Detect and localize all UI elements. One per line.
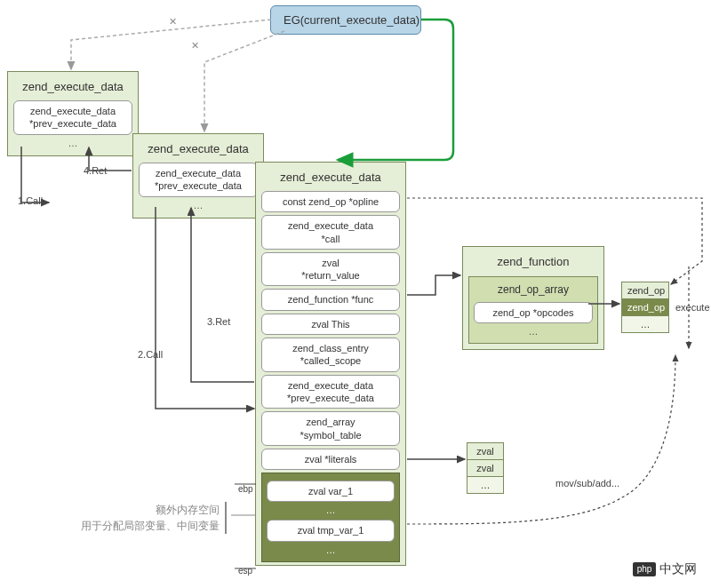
- ed2-vars: zval var_1 … zval tmp_var_1 …: [261, 473, 400, 562]
- ed2-prev: zend_execute_data*prev_execute_data: [261, 375, 400, 409]
- op-cell-3: …: [622, 316, 668, 332]
- wm-badge: php: [633, 562, 656, 576]
- svg-text:✕: ✕: [191, 40, 199, 51]
- ed0-ellipsis: …: [13, 138, 132, 150]
- label-ebp: ebp: [238, 484, 253, 494]
- ed2-opline: const zend_op *opline: [261, 191, 400, 212]
- wm-text: 中文网: [659, 561, 697, 577]
- exec-data-2: zend_execute_data const zend_op *opline …: [255, 162, 406, 566]
- label-mov: mov/sub/add...: [555, 478, 619, 489]
- ed2-symbol-table: zend_array*symbol_table: [261, 411, 400, 446]
- ed1-title: zend_execute_data: [139, 139, 258, 160]
- zf-opcodes: zend_op *opcodes: [474, 302, 593, 323]
- zf-title: zend_function: [468, 252, 598, 273]
- label-2call: 2.Call: [138, 349, 163, 360]
- svg-text:✕: ✕: [169, 16, 177, 27]
- ed0-title: zend_execute_data: [13, 77, 132, 98]
- zval-stack: zval zval …: [467, 442, 504, 494]
- label-3ret: 3.Ret: [207, 316, 230, 327]
- zf-arr-title: zend_op_array: [474, 282, 593, 299]
- eg-box: EG(current_execute_data): [270, 5, 421, 35]
- ed2-call: zend_execute_data*call: [261, 215, 400, 250]
- op-cell-2: zend_op: [622, 299, 668, 316]
- exec-data-0: zend_execute_data zend_execute_data*prev…: [7, 71, 139, 156]
- ed2-title: zend_execute_data: [261, 168, 400, 188]
- ed0-prev: zend_execute_data*prev_execute_data: [13, 100, 132, 135]
- label-esp: esp: [238, 566, 252, 576]
- ed2-var-ellipsis: …: [267, 505, 395, 517]
- ed2-literals: zval *literals: [261, 449, 400, 470]
- ed2-var1: zval var_1: [267, 481, 395, 502]
- zval-cell-2: zval: [467, 460, 503, 477]
- ed2-tmp-ellipsis: …: [267, 544, 395, 557]
- label-4ret: 4.Ret: [84, 165, 107, 176]
- exec-data-1: zend_execute_data zend_execute_data*prev…: [132, 133, 264, 219]
- zf-ellipsis: …: [474, 326, 593, 338]
- ed2-called-scope: zend_class_entry*called_scope: [261, 338, 400, 372]
- zend-op-array: zend_op_array zend_op *opcodes …: [468, 276, 598, 344]
- ed2-return-value: zval*return_value: [261, 252, 400, 287]
- label-execute: execute: [675, 302, 710, 313]
- zval-cell-1: zval: [467, 443, 503, 460]
- zval-cell-3: …: [467, 477, 503, 493]
- op-cell-1: zend_op: [622, 282, 668, 299]
- ed2-tmp1: zval tmp_var_1: [267, 520, 395, 541]
- watermark: php 中文网: [627, 560, 702, 579]
- ed2-this: zval This: [261, 314, 400, 335]
- zend-function-box: zend_function zend_op_array zend_op *opc…: [462, 246, 604, 350]
- ed2-func: zend_function *func: [261, 289, 400, 310]
- ed1-ellipsis: …: [139, 200, 258, 212]
- zend-op-stack: zend_op zend_op …: [621, 282, 669, 333]
- label-1call: 1.Call: [18, 195, 43, 206]
- note-extra-mem: 额外内存空间用于分配局部变量、中间变量: [67, 502, 227, 534]
- ed1-prev: zend_execute_data*prev_execute_data: [139, 163, 258, 197]
